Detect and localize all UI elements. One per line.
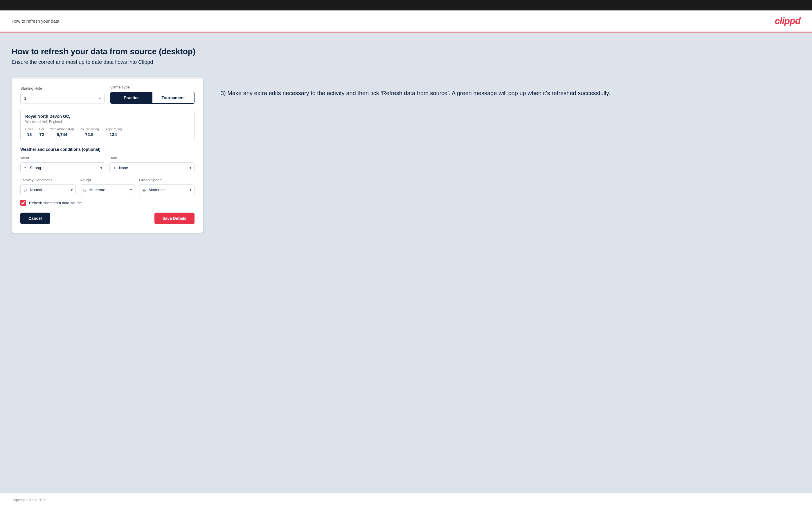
form-top-bar (12, 77, 203, 79)
par-stat: Par 72 (39, 127, 44, 137)
green-speed-select-wrapper[interactable]: ◉ Moderate Slow Fast ▾ (139, 184, 195, 195)
course-info-box: Royal North Devon GC, Westward Ho!, Engl… (20, 110, 195, 141)
starting-hole-label: Starting Hole (20, 86, 104, 91)
main-content: How to refresh your data from source (de… (0, 33, 812, 493)
course-rating-label: Course rating (80, 127, 99, 131)
yards-value: 6,744 (50, 132, 74, 137)
rough-select[interactable]: Moderate Light Heavy (80, 185, 135, 195)
wind-select-wrapper[interactable]: 〜 Strong Light None ▾ (20, 162, 105, 173)
green-speed-label: Green Speed (139, 178, 195, 182)
description-panel: 3) Make any extra edits necessary to the… (221, 77, 800, 98)
rough-group: Rough ◎ Moderate Light Heavy ▾ (80, 178, 135, 195)
holes-label: Holes (25, 127, 33, 131)
refresh-checkbox-row: Refresh shots from data source (20, 200, 195, 206)
fairway-group: Fairway Conditions ◎ Normal Soft Hard ▾ (20, 178, 76, 195)
green-speed-group: Green Speed ◉ Moderate Slow Fast ▾ (139, 178, 195, 195)
weather-section-label: Weather and course conditions (optional) (20, 147, 195, 152)
slope-rating-stat: Slope rating 134 (105, 127, 122, 137)
rain-select[interactable]: None Light Heavy (110, 163, 194, 173)
page-subheading: Ensure the correct and most up to date d… (12, 59, 800, 65)
header: How to refresh your data clippd (0, 10, 812, 33)
rough-select-wrapper[interactable]: ◎ Moderate Light Heavy ▾ (80, 184, 135, 195)
starting-game-row: Starting Hole 1 10 ▾ Game Type Practice … (20, 85, 195, 104)
tournament-button[interactable]: Tournament (152, 92, 194, 103)
refresh-checkbox[interactable] (20, 200, 26, 206)
course-rating-value: 72.5 (80, 132, 99, 137)
yards-label: Yards/White (M)) (50, 127, 74, 131)
game-type-label: Game Type (110, 85, 195, 89)
refresh-checkbox-label: Refresh shots from data source (29, 201, 82, 205)
course-location: Westward Ho!, England (25, 120, 190, 124)
course-stats: Holes 18 Par 72 Yards/White (M)) 6,744 C… (25, 127, 190, 137)
description-text: 3) Make any extra edits necessary to the… (221, 89, 800, 98)
rain-group: Rain ✦ None Light Heavy ▾ (109, 156, 195, 173)
starting-hole-group: Starting Hole 1 10 ▾ (20, 86, 104, 104)
footer: Copyright Clippd 2022 (0, 493, 812, 507)
course-name: Royal North Devon GC, (25, 114, 190, 119)
rain-label: Rain (109, 156, 195, 160)
slope-rating-value: 134 (105, 132, 122, 137)
footer-copyright: Copyright Clippd 2022 (12, 498, 46, 502)
starting-hole-select-wrapper[interactable]: 1 10 ▾ (20, 93, 104, 104)
wind-label: Wind (20, 156, 105, 160)
yards-stat: Yards/White (M)) 6,744 (50, 127, 74, 137)
holes-stat: Holes 18 (25, 127, 33, 137)
fairway-select[interactable]: Normal Soft Hard (20, 185, 75, 195)
content-row: Starting Hole 1 10 ▾ Game Type Practice … (12, 77, 800, 233)
course-rating-stat: Course rating 72.5 (80, 127, 99, 137)
form-buttons-row: Cancel Save Details (20, 213, 195, 224)
save-button[interactable]: Save Details (154, 213, 195, 224)
starting-hole-select[interactable]: 1 10 (20, 93, 104, 104)
page-heading: How to refresh your data from source (de… (12, 47, 800, 56)
rain-select-wrapper[interactable]: ✦ None Light Heavy ▾ (109, 162, 195, 173)
game-type-toggle: Practice Tournament (110, 92, 195, 104)
fairway-label: Fairway Conditions (20, 178, 76, 182)
top-bar (0, 0, 812, 10)
par-label: Par (39, 127, 44, 131)
rough-label: Rough (80, 178, 135, 182)
slope-rating-label: Slope rating (105, 127, 122, 131)
wind-rain-row: Wind 〜 Strong Light None ▾ Rain ✦ (20, 156, 195, 173)
form-card: Starting Hole 1 10 ▾ Game Type Practice … (12, 77, 203, 233)
practice-button[interactable]: Practice (111, 92, 152, 103)
header-title: How to refresh your data (12, 18, 59, 23)
fairway-select-wrapper[interactable]: ◎ Normal Soft Hard ▾ (20, 184, 76, 195)
wind-group: Wind 〜 Strong Light None ▾ (20, 156, 105, 173)
logo: clippd (775, 16, 800, 26)
cancel-button[interactable]: Cancel (20, 213, 50, 224)
green-speed-select[interactable]: Moderate Slow Fast (139, 185, 194, 195)
wind-select[interactable]: Strong Light None (20, 163, 105, 173)
fairway-rough-green-row: Fairway Conditions ◎ Normal Soft Hard ▾ … (20, 178, 195, 195)
par-value: 72 (39, 132, 44, 137)
holes-value: 18 (25, 132, 33, 137)
game-type-group: Game Type Practice Tournament (110, 85, 195, 104)
